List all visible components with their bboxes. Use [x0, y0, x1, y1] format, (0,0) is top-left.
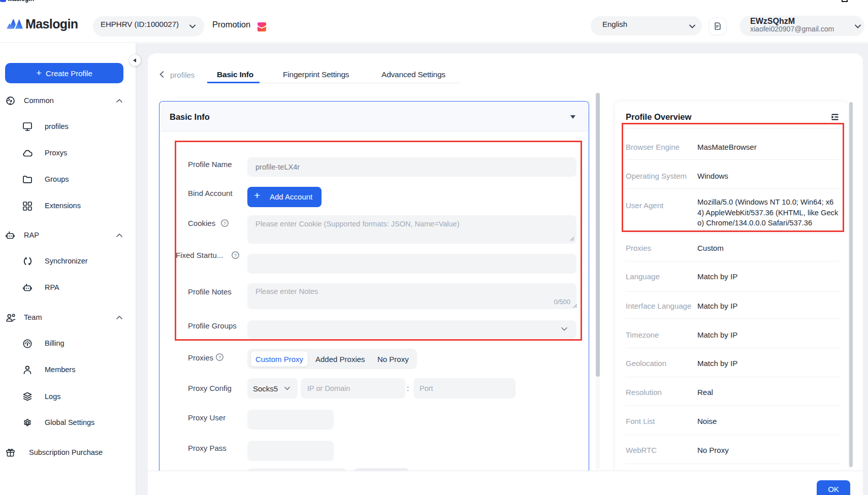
svg-text:?: ?	[218, 355, 221, 360]
svg-text:?: ?	[223, 221, 226, 226]
svg-text:?: ?	[234, 253, 237, 258]
